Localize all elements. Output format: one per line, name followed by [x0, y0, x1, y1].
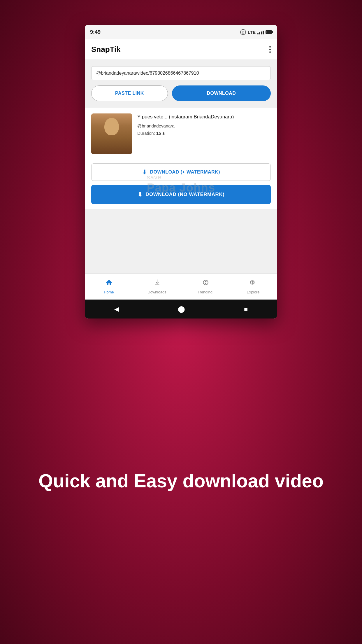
status-bar: 9:49 ◎ LTE: [85, 25, 277, 39]
status-time: 9:49: [90, 29, 101, 35]
lte-indicator: LTE: [248, 30, 256, 35]
trending-icon: [201, 279, 209, 288]
android-recents-button[interactable]: ■: [244, 305, 248, 313]
nav-label-home: Home: [104, 290, 114, 294]
divider: [91, 159, 271, 159]
action-buttons-row: PASTE LINK DOWNLOAD: [91, 85, 271, 101]
more-options-button[interactable]: [269, 46, 271, 53]
bottom-navigation: Home Downloads Trending Explore: [85, 273, 277, 300]
bottom-tagline-area: Quick and Easy download video: [21, 318, 341, 644]
home-icon: [105, 279, 113, 288]
nav-label-explore: Explore: [247, 290, 259, 294]
location-icon: ◎: [240, 29, 246, 35]
app-bar: SnapTik: [85, 39, 277, 60]
nav-label-downloads: Downloads: [147, 290, 166, 294]
video-title: Y pues vete... (instagram:BriandaDeyanar…: [137, 113, 271, 120]
android-back-button[interactable]: ◀: [114, 305, 119, 313]
battery-icon: [266, 30, 272, 34]
download-button[interactable]: DOWNLOAD: [172, 85, 271, 101]
download-no-watermark-icon: ⬇: [138, 191, 143, 198]
search-section: @briandadeyanara/video/67930268664678679…: [85, 60, 277, 108]
download-area: save Papa Johns ⬇ DOWNLOAD (+ WATERMARK)…: [91, 163, 271, 204]
empty-content-area: [85, 209, 277, 273]
video-username: @briandadeyanara: [137, 123, 271, 128]
nav-item-trending[interactable]: Trending: [181, 279, 229, 294]
download-watermark-icon: ⬇: [142, 169, 147, 176]
app-title: SnapTik: [91, 45, 121, 54]
bottom-tagline: Quick and Easy download video: [38, 469, 324, 493]
thumbnail-person: [91, 113, 132, 154]
signal-bars: [257, 30, 264, 34]
video-details: Y pues vete... (instagram:BriandaDeyanar…: [137, 113, 271, 154]
android-home-button[interactable]: ⬤: [178, 305, 185, 313]
phone-frame: 9:49 ◎ LTE SnapTik @briandadeyanara/vid: [85, 25, 277, 318]
nav-item-explore[interactable]: Explore: [229, 279, 277, 294]
video-duration: Duration: 15 s: [137, 131, 271, 136]
nav-item-home[interactable]: Home: [85, 279, 133, 294]
nav-item-downloads[interactable]: Downloads: [133, 279, 181, 294]
video-info-row: Y pues vete... (instagram:BriandaDeyanar…: [91, 113, 271, 154]
content-card: Y pues vete... (instagram:BriandaDeyanar…: [85, 108, 277, 209]
video-thumbnail: [91, 113, 132, 154]
status-icons: ◎ LTE: [240, 29, 272, 35]
nav-label-trending: Trending: [198, 290, 212, 294]
explore-icon: [249, 279, 257, 288]
url-input[interactable]: @briandadeyanara/video/67930268664678679…: [96, 71, 266, 76]
downloads-icon: [153, 279, 161, 288]
android-navigation-bar: ◀ ⬤ ■: [85, 300, 277, 318]
download-with-watermark-button[interactable]: ⬇ DOWNLOAD (+ WATERMARK): [91, 163, 271, 181]
download-no-watermark-button[interactable]: ⬇ DOWNLOAD (NO WATERMARK): [91, 185, 271, 204]
url-input-wrapper[interactable]: @briandadeyanara/video/67930268664678679…: [91, 66, 271, 80]
paste-link-button[interactable]: PASTE LINK: [91, 85, 168, 101]
